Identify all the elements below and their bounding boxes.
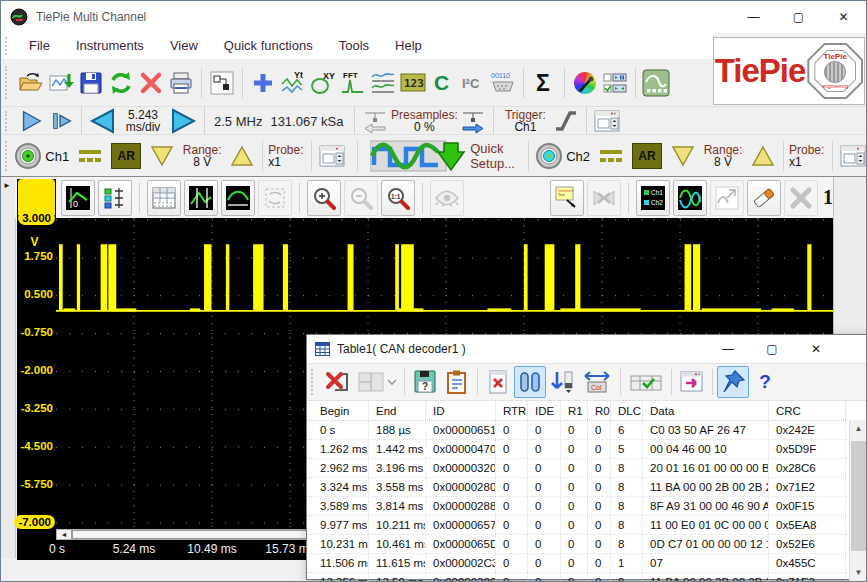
table-column-header[interactable]: Data (643, 401, 769, 420)
y-axis[interactable]: V 3.0001.7500.500-0.750-2.000-3.250-4.50… (17, 179, 56, 540)
table-row[interactable]: 9.977 ms 10.211 ms 0x00000657 0 0 0 0 8 … (307, 516, 867, 535)
table-header-row[interactable]: BeginEndIDRTRIDER1R0DLCDataCRC (307, 401, 867, 421)
io-toggles-button[interactable] (600, 67, 630, 99)
new-meter-button[interactable] (368, 67, 398, 99)
save-button[interactable] (76, 67, 106, 99)
zoom-reset-button[interactable]: 1:1 (381, 180, 415, 216)
ch2-settings-button[interactable] (838, 140, 867, 172)
table-scroll-down-button[interactable]: ▼ (850, 564, 867, 581)
presamples-increase-button[interactable] (458, 105, 488, 137)
delete-table-button[interactable] (322, 366, 354, 398)
ch2-range-up-button[interactable] (748, 140, 778, 172)
ch2-coupling-button[interactable] (596, 140, 626, 172)
table-column-header[interactable]: End (369, 401, 426, 420)
i2c-decoder-button[interactable]: I²C (458, 67, 488, 99)
ch1-settings-button[interactable] (317, 140, 347, 172)
math-sum-button[interactable]: Σ (529, 67, 559, 99)
ch2-range-down-button[interactable] (668, 140, 698, 172)
add-comment-button[interactable]: CommentText (550, 180, 584, 216)
table-row[interactable]: 13.356 ms 13.59 ms 0x00000280 0 0 0 0 8 … (307, 573, 867, 582)
scroll-left-button[interactable]: ◄ (57, 530, 72, 539)
table-scroll-up-button[interactable]: ▲ (850, 420, 867, 437)
table-row[interactable]: 11.506 ms 11.615 ms 0x000002C3 0 0 0 0 1… (307, 554, 867, 573)
refresh-button[interactable] (106, 67, 136, 99)
menu-item[interactable]: Instruments (63, 33, 157, 59)
copy-table-button[interactable] (441, 366, 473, 398)
legend-button[interactable]: Ch1Ch2 (636, 180, 670, 216)
ch2-enable-button[interactable] (534, 140, 564, 172)
table-scrollbar-thumb[interactable] (851, 441, 866, 551)
can-decoder-button[interactable]: C (428, 67, 458, 99)
source-list-button[interactable] (98, 180, 132, 216)
collapsed-panel-strip[interactable]: ► (1, 179, 16, 558)
maximize-button[interactable]: ▢ (776, 2, 821, 33)
table-column-header[interactable]: R0 (588, 401, 611, 420)
clear-rows-button[interactable] (482, 366, 514, 398)
ch2-autorange-button[interactable]: AR (632, 143, 662, 169)
autosize-columns-button[interactable] (514, 366, 546, 398)
table-minimize-button[interactable]: — (706, 336, 750, 363)
trigger-settings-button[interactable] (592, 105, 622, 137)
table-column-header[interactable]: CRC (769, 401, 846, 420)
table-column-header[interactable]: DLC (611, 401, 643, 420)
one-shot-button[interactable] (46, 105, 76, 137)
measure-button[interactable] (221, 180, 255, 216)
minimize-button[interactable]: — (731, 2, 776, 33)
table-row[interactable]: 3.324 ms 3.558 ms 0x00000280 0 0 0 0 8 1… (307, 478, 867, 497)
color-scheme-button[interactable] (570, 67, 600, 99)
column-width-button[interactable]: Col (578, 366, 616, 398)
table-column-header[interactable]: Begin (313, 401, 369, 420)
panel-expand-icon[interactable]: ► (3, 181, 11, 190)
menu-item[interactable]: Help (382, 33, 435, 59)
open-button[interactable] (16, 67, 46, 99)
new-fft-graph-button[interactable]: FFT (338, 67, 368, 99)
table-row[interactable]: 2.962 ms 3.196 ms 0x00000320 0 0 0 0 8 2… (307, 459, 867, 478)
menu-item[interactable]: View (157, 33, 211, 59)
save-table-button[interactable]: ? (409, 366, 441, 398)
table-row[interactable]: 10.231 ms 10.461 ms 0x0000065D 0 0 0 0 8… (307, 535, 867, 554)
table-column-header[interactable]: IDE (528, 401, 561, 420)
trigger-readout[interactable]: Trigger: Ch1 (499, 109, 551, 133)
new-table-button[interactable] (147, 180, 181, 216)
axis-origin-button[interactable]: 0 (61, 180, 95, 216)
add-instrument-button[interactable] (248, 67, 278, 99)
export-table-button[interactable] (676, 366, 708, 398)
table-maximize-button[interactable]: ▢ (750, 336, 794, 363)
timebase-slower-button[interactable] (87, 105, 117, 137)
table-row[interactable]: 1.262 ms 1.442 ms 0x00000470 0 0 0 0 5 0… (307, 440, 867, 459)
cursors-button[interactable] (184, 180, 218, 216)
ch1-autorange-button[interactable]: AR (111, 143, 141, 169)
serial-decoder-button[interactable]: 00110 (488, 67, 518, 99)
table-column-header[interactable]: ID (426, 401, 496, 420)
table-options-button[interactable] (625, 366, 667, 398)
new-yt-graph-button[interactable]: Yt (278, 67, 308, 99)
y-axis-channel-header[interactable] (18, 179, 55, 215)
table-vertical-scrollbar[interactable]: ▲ ▼ (849, 420, 867, 581)
table-row[interactable]: 3.589 ms 3.814 ms 0x00000288 0 0 0 0 8 8… (307, 497, 867, 516)
presamples-readout[interactable]: Presamples: 0 % (390, 109, 458, 133)
presamples-decrease-button[interactable] (360, 105, 390, 137)
eraser-button[interactable] (747, 180, 781, 216)
zoom-in-button[interactable] (307, 180, 341, 216)
close-button[interactable]: ✕ (821, 2, 866, 33)
trigger-slope-button[interactable] (551, 105, 581, 137)
new-numeric-display-button[interactable]: 123 (398, 67, 428, 99)
table-row[interactable]: 0 s 188 µs 0x00000651 0 0 0 0 6 C0 03 50… (307, 421, 867, 440)
instrument-settings-button[interactable] (641, 67, 671, 99)
import-data-button[interactable] (46, 67, 76, 99)
menu-item[interactable]: Tools (326, 33, 382, 59)
table-close-button[interactable]: ✕ (794, 336, 838, 363)
delete-button[interactable] (136, 67, 166, 99)
graph-style-button[interactable] (673, 180, 707, 216)
table-column-header[interactable]: R1 (561, 401, 588, 420)
pin-window-button[interactable] (717, 366, 749, 398)
quick-setup-label[interactable]: Quick Setup... (470, 141, 515, 171)
table-column-header[interactable]: RTR (496, 401, 528, 420)
table-titlebar[interactable]: Table1( CAN decoder1 ) — ▢ ✕ (307, 335, 867, 363)
timebase-faster-button[interactable] (169, 105, 199, 137)
help-button[interactable]: ? (749, 366, 781, 398)
sort-rows-button[interactable] (546, 366, 578, 398)
menu-item[interactable]: File (16, 33, 63, 59)
start-button[interactable] (16, 105, 46, 137)
ch1-enable-button[interactable] (13, 140, 43, 172)
